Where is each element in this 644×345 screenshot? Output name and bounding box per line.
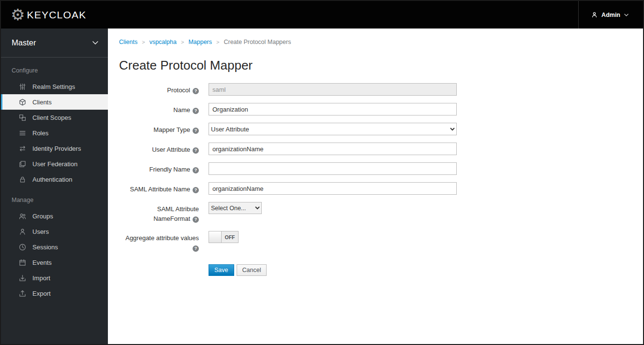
breadcrumb-separator: >: [181, 39, 184, 45]
sidebar-item-identity-providers[interactable]: Identity Providers: [1, 141, 108, 156]
breadcrumb-current: Create Protocol Mappers: [224, 39, 291, 45]
calendar-icon: [19, 259, 26, 266]
user-icon: [591, 12, 598, 18]
name-label: Name: [173, 106, 190, 114]
form-row-aggregate-values: Aggregate attribute values? OFF: [119, 231, 633, 253]
sidebar-item-client-scopes[interactable]: Client Scopes: [1, 110, 108, 125]
form-row-friendly-name: Friendly Name?: [119, 162, 633, 175]
sidebar-item-label: Events: [32, 259, 52, 266]
breadcrumb-client[interactable]: vspcalpha: [150, 39, 177, 45]
toggle-state-label: OFF: [222, 231, 238, 243]
sidebar-item-label: Groups: [32, 213, 53, 220]
sidebar-item-label: Sessions: [32, 244, 58, 251]
sidebar-item-label: Users: [32, 228, 49, 235]
sidebar-item-authentication[interactable]: Authentication: [1, 172, 108, 187]
breadcrumb-separator: >: [142, 39, 145, 45]
sidebar-item-export[interactable]: Export: [1, 286, 108, 301]
layers-icon: [19, 160, 26, 168]
sidebar-item-import[interactable]: Import: [1, 270, 108, 286]
import-icon: [19, 274, 26, 282]
chevron-down-icon: [624, 14, 629, 16]
toggle-handle: [209, 231, 222, 243]
form-row-mapper-type: Mapper Type? User Attribute: [119, 123, 633, 135]
lock-icon: [19, 176, 26, 183]
nav-section-configure: Configure: [1, 58, 108, 79]
sidebar-item-label: User Federation: [32, 160, 77, 168]
help-icon[interactable]: ?: [193, 147, 199, 154]
sidebar-item-label: Realm Settings: [32, 83, 75, 90]
chevron-down-icon: [92, 41, 98, 45]
sidebar-item-events[interactable]: Events: [1, 255, 108, 270]
sidebar-item-label: Export: [32, 290, 51, 297]
export-icon: [19, 290, 26, 297]
sidebar-item-groups[interactable]: Groups: [1, 208, 108, 224]
help-icon[interactable]: ?: [193, 167, 199, 173]
user-attribute-input[interactable]: [209, 143, 457, 155]
sidebar-item-label: Identity Providers: [32, 145, 81, 152]
user-menu-label: Admin: [601, 12, 620, 18]
brand: ⚙ KEYCLOAK: [1, 7, 86, 23]
realm-name: Master: [12, 38, 36, 47]
mapper-type-select[interactable]: User Attribute: [209, 123, 457, 135]
form-row-name: Name?: [119, 103, 633, 115]
clock-icon: [19, 244, 26, 251]
cancel-button[interactable]: Cancel: [237, 264, 267, 276]
realm-selector[interactable]: Master: [1, 29, 108, 58]
sidebar-item-label: Clients: [32, 99, 52, 106]
sliders-icon: [19, 83, 26, 90]
form-row-protocol: Protocol?: [119, 83, 633, 96]
sidebar-item-label: Import: [32, 274, 50, 282]
sidebar-item-roles[interactable]: Roles: [1, 125, 108, 141]
saml-name-format-label: SAML Attribute NameFormat: [153, 205, 199, 222]
sidebar-item-sessions[interactable]: Sessions: [1, 239, 108, 255]
users-icon: [19, 213, 26, 220]
keycloak-logo-icon: ⚙: [11, 7, 25, 23]
sidebar-item-label: Roles: [32, 129, 48, 137]
page-title: Create Protocol Mapper: [119, 58, 633, 73]
breadcrumb: Clients > vspcalpha > Mappers > Create P…: [119, 39, 633, 45]
form-row-user-attribute: User Attribute?: [119, 143, 633, 155]
aggregate-values-label: Aggregate attribute values: [125, 234, 199, 242]
aggregate-values-toggle[interactable]: OFF: [209, 231, 239, 243]
user-attribute-label: User Attribute: [152, 146, 190, 153]
help-icon[interactable]: ?: [193, 216, 199, 223]
sidebar: Master Configure Realm Settings Clients: [1, 29, 108, 344]
user-icon: [19, 228, 26, 235]
saml-name-format-select[interactable]: Select One...: [209, 202, 262, 214]
list-icon: [19, 129, 26, 137]
save-button[interactable]: Save: [209, 264, 234, 276]
protocol-label: Protocol: [167, 86, 190, 94]
header: ⚙ KEYCLOAK Admin: [1, 1, 643, 29]
sidebar-item-user-federation[interactable]: User Federation: [1, 156, 108, 172]
help-icon[interactable]: ?: [193, 187, 199, 193]
keycloak-admin-console: ⚙ KEYCLOAK Admin Master Configur: [0, 0, 644, 345]
friendly-name-input[interactable]: [209, 162, 457, 175]
friendly-name-label: Friendly Name: [149, 166, 190, 173]
user-menu[interactable]: Admin: [578, 1, 643, 29]
create-protocol-mapper-form: Protocol? Name? Mapper T: [119, 83, 633, 276]
form-row-saml-attribute-name: SAML Attribute Name?: [119, 182, 633, 195]
protocol-input: [209, 83, 457, 96]
form-row-saml-name-format: SAML Attribute NameFormat? Select One...: [119, 202, 633, 224]
breadcrumb-mappers[interactable]: Mappers: [188, 39, 212, 45]
brand-name: KEYCLOAK: [27, 9, 87, 21]
cube-icon: [19, 99, 26, 106]
form-actions: Save Cancel: [209, 264, 633, 276]
breadcrumb-separator: >: [216, 39, 219, 45]
cubes-icon: [19, 114, 26, 121]
saml-attribute-name-input[interactable]: [209, 182, 457, 195]
sidebar-item-users[interactable]: Users: [1, 224, 108, 239]
main-content: Clients > vspcalpha > Mappers > Create P…: [108, 29, 643, 344]
name-input[interactable]: [209, 103, 457, 115]
sidebar-item-clients[interactable]: Clients: [1, 94, 108, 110]
sidebar-item-realm-settings[interactable]: Realm Settings: [1, 79, 108, 94]
breadcrumb-clients[interactable]: Clients: [119, 39, 137, 45]
sidebar-item-label: Authentication: [32, 176, 72, 183]
sidebar-item-label: Client Scopes: [32, 114, 71, 121]
help-icon[interactable]: ?: [193, 128, 199, 134]
mapper-type-label: Mapper Type: [153, 126, 190, 133]
nav-section-manage: Manage: [1, 187, 108, 208]
help-icon[interactable]: ?: [193, 245, 199, 252]
help-icon[interactable]: ?: [193, 108, 199, 114]
help-icon[interactable]: ?: [193, 88, 199, 94]
